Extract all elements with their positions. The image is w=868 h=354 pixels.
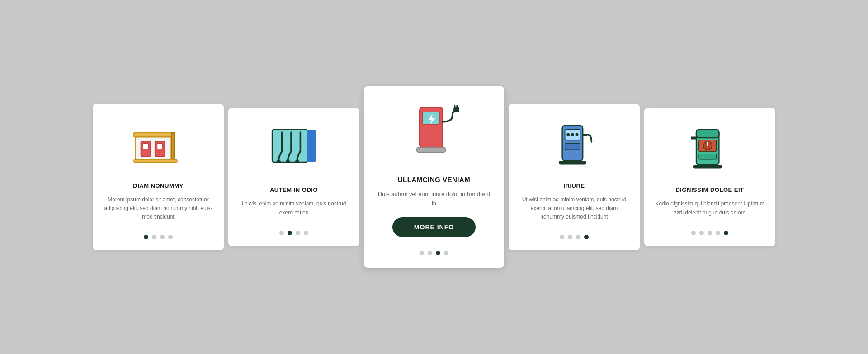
svg-rect-5 [157, 143, 163, 149]
svg-point-25 [566, 133, 570, 136]
svg-point-26 [571, 133, 574, 136]
dot [296, 231, 300, 235]
dot [560, 235, 564, 239]
dot [691, 231, 696, 235]
svg-rect-6 [171, 132, 175, 159]
dot [160, 235, 165, 239]
card-5-title: DIGNISSIM DOLOE EIT [675, 186, 744, 193]
svg-rect-0 [134, 132, 172, 137]
card-4: IRIURE Ut wisi enim ad minim veniam, qui… [509, 104, 640, 251]
card-5: DIGNISSIM DOLOE EIT Kodio dignissim qui … [644, 108, 775, 246]
dot [724, 231, 728, 235]
card-2-title: AUTEM IN ODIO [270, 186, 318, 193]
cards-container: DIAM NONUMMY Morem ipsum dolor sit amet,… [66, 0, 802, 354]
dot [304, 231, 308, 235]
dot [428, 251, 432, 255]
card-1-text: Morem ipsum dolor sit amet, consectetuer… [104, 196, 213, 222]
svg-point-10 [277, 160, 281, 163]
dot [168, 235, 173, 239]
card-4-title: IRIURE [563, 182, 585, 189]
svg-rect-29 [559, 161, 586, 164]
card-1-title: DIAM NONUMMY [133, 182, 183, 189]
card-3-text: Duis autem vel eum iriure dolor in hendr… [377, 190, 491, 209]
svg-rect-3 [143, 143, 148, 149]
svg-point-14 [295, 160, 299, 163]
dot [716, 231, 720, 235]
svg-point-27 [575, 133, 578, 136]
dot [576, 235, 580, 239]
dot [279, 231, 284, 235]
dot [699, 231, 704, 235]
card-5-icon [683, 121, 737, 176]
svg-rect-8 [272, 130, 307, 162]
svg-rect-15 [307, 130, 316, 162]
svg-rect-32 [696, 130, 719, 138]
svg-rect-38 [691, 137, 696, 140]
card-4-text: Ut wisi enim ad minim veniam, quis nostr… [519, 196, 629, 222]
card-3-title: ULLAMCING VENIAM [398, 176, 471, 183]
more-info-button[interactable]: MORE INFO [392, 217, 476, 237]
card-2-text: Ut wisi enim ad minim veniam, quis nostr… [239, 200, 349, 217]
card-3-dots [420, 246, 448, 255]
card-3: ULLAMCING VENIAM Duis autem vel eum iriu… [364, 86, 504, 268]
dot [144, 235, 148, 239]
dot [152, 235, 156, 239]
card-4-icon [547, 117, 601, 172]
dot [584, 235, 589, 239]
dot [420, 251, 424, 255]
card-2: AUTEM IN ODIO Ut wisi enim ad minim veni… [228, 108, 359, 246]
svg-rect-20 [453, 107, 459, 112]
svg-rect-7 [134, 159, 177, 162]
dot [436, 251, 440, 255]
dot [708, 231, 712, 235]
card-5-dots [691, 226, 728, 235]
dot [568, 235, 572, 239]
card-2-dots [279, 226, 308, 235]
card-4-dots [560, 230, 589, 239]
card-5-text: Kodio dignissim qui blandit praesent lup… [655, 200, 764, 217]
card-1: DIAM NONUMMY Morem ipsum dolor sit amet,… [93, 104, 224, 251]
dot [288, 231, 292, 235]
card-1-icon [131, 117, 185, 172]
svg-rect-28 [565, 143, 580, 149]
dot [444, 251, 448, 255]
card-3-icon [402, 102, 466, 165]
card-2-icon [267, 121, 321, 176]
svg-point-12 [286, 160, 290, 163]
card-1-dots [144, 230, 173, 239]
svg-rect-36 [699, 154, 716, 159]
svg-rect-19 [417, 148, 446, 152]
svg-rect-37 [693, 165, 722, 168]
